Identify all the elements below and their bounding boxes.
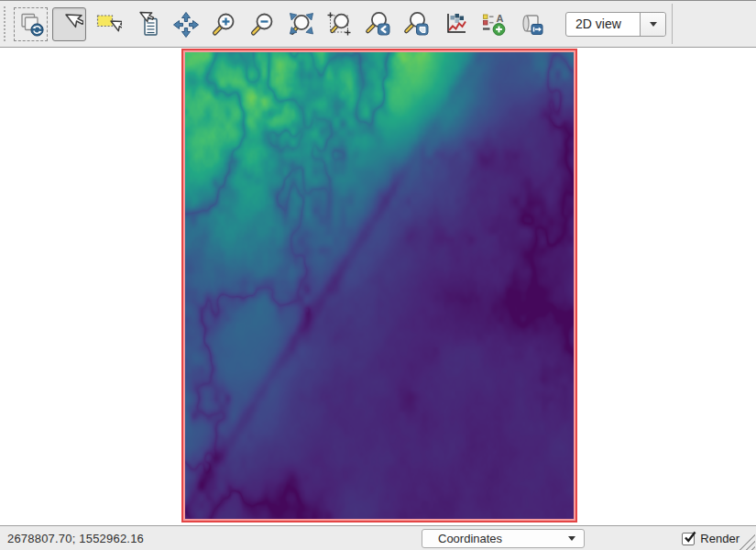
coordinate-display: 2678807.70; 1552962.16: [7, 526, 144, 550]
render-toggle-group: Render: [682, 526, 740, 550]
identify-form-icon: [133, 10, 160, 38]
svg-text:A: A: [496, 13, 503, 24]
identify-features-button[interactable]: [129, 7, 163, 41]
layers-refresh-icon: [17, 10, 45, 38]
export-map-button[interactable]: [514, 7, 548, 41]
select-tool-button[interactable]: [52, 7, 86, 41]
toolbar-drag-handle[interactable]: [2, 6, 7, 42]
render-checkbox-label: Render: [700, 532, 740, 545]
select-by-rectangle-button[interactable]: [91, 7, 125, 41]
zoom-out-button[interactable]: [245, 7, 279, 41]
magnifier-minus-icon: [248, 10, 276, 38]
check-icon: [683, 531, 698, 544]
map-canvas-area[interactable]: [0, 49, 756, 525]
magnifier-layer-icon: [402, 10, 430, 38]
plot-profile-button[interactable]: [437, 7, 471, 41]
pan-button[interactable]: [168, 7, 202, 41]
cursor-arrow-icon: [56, 10, 83, 38]
zoom-next-button[interactable]: [399, 7, 433, 41]
magnifier-plus-icon: [210, 10, 237, 38]
chart-icon: [441, 10, 468, 38]
refresh-layers-button[interactable]: [14, 7, 48, 41]
map-toolbar: A 2D view: [0, 1, 756, 48]
statusbar-mode-arrow: [560, 536, 584, 541]
selection-rectangle-icon: [94, 10, 122, 38]
map-export-icon: [518, 10, 545, 38]
magnifier-area-icon: [325, 10, 353, 38]
statusbar-mode-value: Coordinates: [422, 532, 560, 545]
render-checkbox[interactable]: [682, 533, 695, 545]
statusbar-mode-selector[interactable]: Coordinates: [422, 529, 585, 548]
view-selector-value: 2D view: [566, 13, 640, 36]
toolbar-separator: [672, 4, 673, 44]
zoom-last-button[interactable]: [360, 7, 394, 41]
zoom-to-area-button[interactable]: [322, 7, 356, 41]
status-bar: 2678807.70; 1552962.16 Coordinates Rende…: [0, 525, 756, 550]
magnifier-expand-icon: [287, 10, 314, 38]
view-selector-arrow-button[interactable]: [640, 13, 665, 36]
pan-arrows-icon: [171, 10, 199, 38]
view-selector[interactable]: 2D view: [565, 12, 666, 37]
add-legend-item-button[interactable]: A: [476, 7, 509, 41]
legend-add-icon: A: [479, 10, 507, 38]
zoom-full-extent-button[interactable]: [283, 7, 317, 41]
zoom-in-button[interactable]: [206, 7, 240, 41]
chevron-down-icon: [650, 22, 657, 27]
window-size-grip[interactable]: [737, 532, 755, 550]
dem-raster-layer[interactable]: [185, 52, 574, 519]
app-window: A 2D view: [0, 0, 756, 550]
magnifier-back-icon: [364, 10, 391, 38]
chevron-down-icon: [568, 536, 575, 541]
